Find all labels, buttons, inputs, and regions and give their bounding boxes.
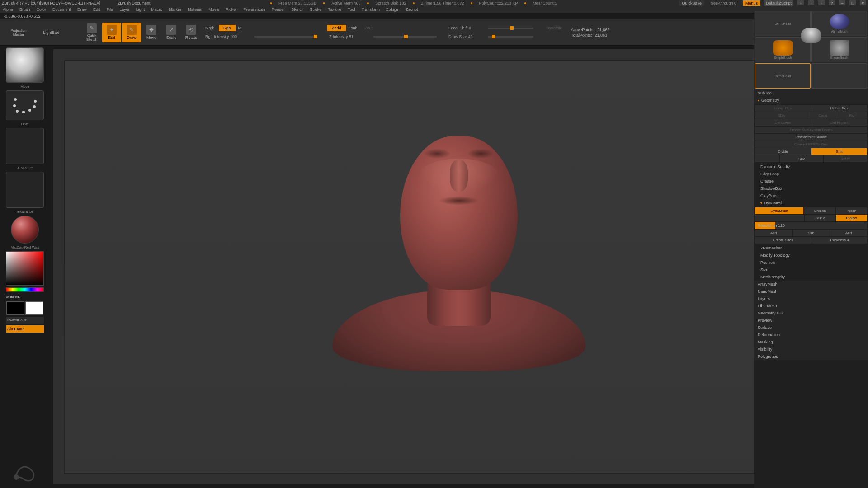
menu-transform[interactable]: Transform xyxy=(361,7,380,12)
size-header[interactable]: Size xyxy=(754,266,868,273)
higher-res-button[interactable]: Higher Res xyxy=(811,105,868,112)
tool-empty[interactable] xyxy=(811,63,867,89)
alpha-selector[interactable] xyxy=(6,128,44,164)
menu-tool[interactable]: Tool xyxy=(348,7,355,12)
edgeloop-header[interactable]: EdgeLoop xyxy=(754,170,868,178)
m-button[interactable]: M xyxy=(236,26,251,30)
material-selector[interactable] xyxy=(11,216,39,244)
zadd-button[interactable]: Zadd xyxy=(327,25,346,31)
swatch-white[interactable] xyxy=(25,301,43,315)
polish-button[interactable]: Polish xyxy=(836,207,867,214)
menu-brush[interactable]: Brush xyxy=(19,7,30,12)
smt-button[interactable]: Smt xyxy=(811,148,868,155)
crease-header[interactable]: Crease xyxy=(754,178,868,185)
menu-document[interactable]: Document xyxy=(52,7,71,12)
preview-header[interactable]: Preview xyxy=(754,317,868,324)
menu-file[interactable]: File xyxy=(107,7,113,12)
win-btn-3[interactable]: ▫ xyxy=(818,0,825,5)
dynamic-subdiv-header[interactable]: Dynamic Subdiv xyxy=(754,163,868,170)
menu-movie[interactable]: Movie xyxy=(208,7,219,12)
menu-stroke[interactable]: Stroke xyxy=(310,7,321,12)
fibermesh-header[interactable]: FiberMesh xyxy=(754,302,868,310)
suv-button[interactable]: Suv xyxy=(780,155,823,162)
menu-color[interactable]: Color xyxy=(37,7,47,12)
mesh-integrity-header[interactable]: MeshIntegrity xyxy=(754,273,868,281)
claypolish-header[interactable]: ClayPolish xyxy=(754,192,868,199)
tool-demohead-2[interactable]: DemoHead xyxy=(755,63,811,89)
deformation-header[interactable]: Deformation xyxy=(754,331,868,338)
menu-picker[interactable]: Picker xyxy=(226,7,237,12)
menu-marker[interactable]: Marker xyxy=(169,7,181,12)
menus-toggle[interactable]: Menus xyxy=(743,0,760,6)
del-higher-button[interactable]: Del Higher xyxy=(811,119,868,126)
rgb-intensity-slider[interactable]: Rgb Intensity 100 xyxy=(203,34,253,39)
viewport[interactable] xyxy=(64,60,854,474)
menu-layer[interactable]: Layer xyxy=(119,7,130,12)
menu-edit[interactable]: Edit xyxy=(93,7,100,12)
geometry-hd-header[interactable]: Geometry HD xyxy=(754,310,868,317)
focal-shift-slider[interactable]: Focal Shift 0 xyxy=(447,26,487,30)
zsub-button[interactable]: Zsub xyxy=(347,26,361,30)
reuv-button[interactable]: ReUV xyxy=(824,155,867,162)
default-zscript[interactable]: DefaultZScript xyxy=(764,0,793,6)
lower-res-button[interactable]: Lower Res xyxy=(755,105,811,112)
stroke-selector[interactable] xyxy=(6,90,44,120)
position-header[interactable]: Position xyxy=(754,259,868,266)
alternate-button[interactable]: Alternate xyxy=(6,325,44,333)
draw-size-track[interactable] xyxy=(488,36,533,38)
groups-button[interactable]: Groups xyxy=(804,207,835,214)
lightbox-button[interactable]: LightBox xyxy=(35,23,67,42)
menu-light[interactable]: Light xyxy=(136,7,145,12)
focal-shift-track[interactable] xyxy=(488,28,533,29)
tool-eraserbrush[interactable]: EraserBrush xyxy=(811,37,867,62)
shadowbox-header[interactable]: ShadowBox xyxy=(754,185,868,192)
projection-master-button[interactable]: ProjectionMaster xyxy=(3,23,34,42)
menu-texture[interactable]: Texture xyxy=(328,7,341,12)
resolution-slider[interactable]: Resolution 128 xyxy=(755,222,867,229)
sdiv-slider[interactable]: SDiv xyxy=(755,112,808,119)
divide-button[interactable]: Divide xyxy=(755,148,811,155)
polygroups-header[interactable]: Polygroups xyxy=(754,353,868,360)
menu-stencil[interactable]: Stencil xyxy=(291,7,303,12)
quicksave-button[interactable]: QuickSave xyxy=(679,0,704,6)
gradient-button[interactable]: Gradient xyxy=(6,294,44,300)
blur-slider[interactable]: Blur 2 xyxy=(805,215,836,221)
brush-selector[interactable] xyxy=(6,47,44,83)
move-button[interactable]: ✥Move xyxy=(142,23,161,42)
create-shell-button[interactable]: Create Shell xyxy=(755,237,811,244)
win-btn-2[interactable]: ▫ xyxy=(808,0,814,5)
project-button[interactable]: Project xyxy=(836,215,867,221)
thickness-slider[interactable]: Thickness 4 xyxy=(811,237,868,244)
mrgb-button[interactable]: Mrgb xyxy=(203,26,218,30)
texture-selector[interactable] xyxy=(6,172,44,208)
color-picker[interactable] xyxy=(6,251,44,286)
surface-header[interactable]: Surface xyxy=(754,324,868,331)
dynamesh-header[interactable]: ▾DynaMesh xyxy=(754,199,868,206)
hue-bar[interactable] xyxy=(6,287,44,292)
cage-button[interactable]: Cage xyxy=(808,112,838,119)
draw-button[interactable]: ✎Draw xyxy=(122,23,141,42)
freeze-subdiv-button[interactable]: Freeze SubDivision Levels xyxy=(755,127,867,133)
dynamesh-button[interactable]: DynaMesh xyxy=(755,207,803,214)
zremesher-header[interactable]: ZRemesher xyxy=(754,244,868,252)
modify-topology-header[interactable]: Modify Topology xyxy=(754,252,868,259)
menu-alpha[interactable]: Alpha xyxy=(3,7,13,12)
rgb-intensity-track[interactable] xyxy=(254,36,317,38)
arraymesh-header[interactable]: ArrayMesh xyxy=(754,281,868,288)
close-icon[interactable]: ✕ xyxy=(860,0,866,5)
geometry-header[interactable]: ▾Geometry xyxy=(754,97,868,104)
sub-button[interactable]: Sub xyxy=(793,230,830,236)
menu-zplugin[interactable]: Zplugin xyxy=(386,7,400,12)
quick-sketch-button[interactable]: ✎ QuickSketch xyxy=(82,23,101,42)
layers-header[interactable]: Layers xyxy=(754,295,868,302)
nanomesh-header[interactable]: NanoMesh xyxy=(754,288,868,295)
visibility-header[interactable]: Visibility xyxy=(754,346,868,353)
switch-color-button[interactable]: SwitchColor xyxy=(6,317,44,324)
see-through[interactable]: See-through 0 xyxy=(711,1,736,5)
scale-button[interactable]: ⤢Scale xyxy=(162,23,181,42)
draw-size-slider[interactable]: Draw Size 49 xyxy=(447,34,487,39)
zcut-button[interactable]: Zcut xyxy=(362,26,376,30)
and-button[interactable]: And xyxy=(830,230,867,236)
swatch-black[interactable] xyxy=(6,301,24,315)
subtool-header[interactable]: SubTool xyxy=(754,89,868,97)
